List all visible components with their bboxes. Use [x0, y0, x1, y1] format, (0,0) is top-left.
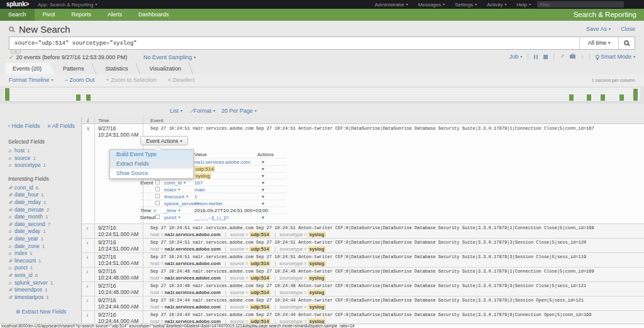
tab-patterns[interactable]: Patterns: [55, 63, 98, 74]
topbar-menu-settings[interactable]: Settings▾: [455, 2, 477, 8]
hide-fields-button[interactable]: ‹ Hide Fields: [8, 123, 40, 129]
deselect-button[interactable]: × Deselect: [168, 77, 195, 83]
field-tag-value-sourcetype[interactable]: syslog: [308, 275, 326, 281]
search-query-input[interactable]: source="udp:514" sourcetype="syslog" All…: [9, 37, 635, 50]
expand-event-icon[interactable]: ›: [86, 239, 88, 246]
per-page-menu[interactable]: 20 Per Page▾: [221, 108, 257, 114]
field-link-date-minute[interactable]: date_minute: [14, 206, 44, 213]
expand-event-icon[interactable]: ›: [86, 254, 88, 261]
field-value-sourcetype[interactable]: syslog: [194, 173, 211, 179]
field-checkbox-splunk-server[interactable]: [155, 201, 160, 205]
field-name-linecount[interactable]: linecount▾: [164, 194, 188, 200]
field-tag-value-host[interactable]: na1r.services.adobe.com: [165, 290, 221, 295]
field-link-linecount[interactable]: linecount: [14, 257, 36, 264]
tab-statistics[interactable]: Statistics: [98, 63, 142, 74]
search-mode-menu[interactable]: Smart Mode▾: [596, 54, 635, 60]
timeline-bar[interactable]: [601, 94, 605, 101]
field-value-index[interactable]: main: [194, 187, 205, 193]
export-icon[interactable]: ↓: [581, 54, 584, 59]
timeline-bar[interactable]: [633, 89, 638, 101]
field-link-timestartpos[interactable]: timestartpos: [14, 294, 43, 300]
nav-item-pivot[interactable]: Pivot: [35, 9, 64, 21]
expand-event-icon[interactable]: ›: [86, 268, 88, 275]
field-tag-value-sourcetype[interactable]: syslog: [308, 290, 326, 295]
print-icon[interactable]: [570, 55, 575, 59]
expand-event-icon[interactable]: ›: [86, 225, 88, 232]
collapse-event-icon[interactable]: ∨: [86, 125, 91, 132]
nav-item-search[interactable]: Search: [0, 9, 35, 21]
field-value-splunk-server[interactable]: Anton-twriter: [194, 201, 223, 206]
field-link-punct[interactable]: punct: [14, 264, 28, 271]
expand-event-icon[interactable]: ›: [86, 297, 88, 304]
field-link-sess-id[interactable]: sess_id: [14, 272, 33, 278]
field-link-index[interactable]: index: [14, 250, 27, 256]
field-actions-conn-id[interactable]: ▾: [262, 180, 264, 186]
field-value-linecount[interactable]: 1: [194, 194, 197, 200]
field-value-conn-id[interactable]: 167: [194, 180, 203, 186]
field-actions-punct[interactable]: ▾: [262, 215, 264, 220]
menu-item-extract-fields[interactable]: Extract Fields: [110, 159, 193, 169]
field-link-date-month[interactable]: date_month: [14, 213, 43, 220]
timeline-bar[interactable]: [86, 94, 91, 101]
timeline-bar[interactable]: [619, 94, 624, 101]
timeline-bar[interactable]: [5, 88, 9, 101]
field-tag-value-source[interactable]: udp:514: [250, 304, 270, 310]
field-link-sourcetype[interactable]: sourcetype: [14, 162, 41, 168]
zoom-out-button[interactable]: − Zoom Out: [65, 77, 95, 83]
field-link-date-zone[interactable]: date_zone: [14, 243, 40, 249]
field-link-date-mday[interactable]: date_mday: [14, 199, 41, 205]
field-tag-value-host[interactable]: na1r.services.adobe.com: [165, 261, 221, 266]
field-link-date-wday[interactable]: date_wday: [14, 228, 40, 234]
field-tag-value-host[interactable]: na1r.services.adobe.com: [165, 232, 221, 237]
field-tag-value-source[interactable]: udp:514: [250, 290, 270, 295]
expand-event-icon[interactable]: ›: [86, 283, 88, 290]
field-name-time[interactable]: _time▾: [164, 208, 180, 213]
nav-item-alerts[interactable]: Alerts: [99, 9, 130, 21]
field-actions-host[interactable]: ▾: [262, 159, 264, 165]
format-timeline-menu[interactable]: Format Timeline▾: [9, 77, 53, 83]
topbar-menu-messages[interactable]: Messages▾: [418, 2, 445, 8]
field-actions-splunk-server[interactable]: ▾: [262, 201, 264, 206]
field-tag-value-source[interactable]: udp:514: [250, 232, 270, 237]
format-menu[interactable]: ⁄Format▾: [192, 108, 215, 114]
field-actions-sourcetype[interactable]: ▾: [262, 173, 264, 179]
topbar-menu-administrator[interactable]: Administrator▾: [375, 2, 408, 8]
field-checkbox-linecount[interactable]: [155, 194, 160, 198]
field-actions-source[interactable]: ▾: [262, 166, 264, 172]
field-value-source[interactable]: udp:514: [194, 166, 215, 172]
nav-item-dashboards[interactable]: Dashboards: [130, 9, 177, 21]
field-link-timeendpos[interactable]: timeendpos: [14, 286, 42, 293]
field-tag-value-sourcetype[interactable]: syslog: [308, 232, 326, 237]
share-icon[interactable]: ↗: [560, 54, 564, 59]
field-tag-value-host[interactable]: na1r.services.adobe.com: [165, 275, 221, 281]
field-link-host[interactable]: host: [14, 147, 25, 154]
field-value-punct[interactable]: __:_:_-.||_|.|_||=: [194, 215, 229, 220]
field-name-index[interactable]: index▾: [164, 187, 180, 193]
field-link-date-second[interactable]: date_second: [14, 221, 45, 227]
field-tag-value-host[interactable]: na1r.services.adobe.com: [165, 246, 221, 252]
field-tag-value-source[interactable]: udp:514: [250, 261, 270, 266]
field-tag-value-host[interactable]: na1r.services.adobe.com: [165, 304, 221, 310]
run-search-button[interactable]: [618, 37, 635, 49]
stop-icon[interactable]: [543, 55, 548, 59]
field-checkbox-index[interactable]: [155, 187, 160, 191]
extract-new-fields-link[interactable]: ⊕ Extract New Fields: [8, 308, 81, 315]
app-context-menu[interactable]: App: Search & Reporting▾: [38, 2, 97, 8]
field-name-conn-id[interactable]: conn_id▾: [164, 180, 186, 186]
field-actions-index[interactable]: ▾: [262, 187, 264, 193]
menu-item-show-source[interactable]: Show Source: [110, 169, 193, 178]
topbar-menu-help[interactable]: Help▾: [517, 2, 531, 8]
field-link-conn-id[interactable]: conn_id: [14, 184, 33, 191]
field-link-splunk-server[interactable]: splunk_server: [14, 280, 48, 286]
timeline-bar[interactable]: [587, 94, 591, 101]
list-view-menu[interactable]: List▾: [170, 108, 182, 114]
field-tag-value-source[interactable]: udp:514: [250, 275, 270, 281]
all-fields-button[interactable]: ≡ All Fields: [47, 123, 75, 129]
field-name-punct[interactable]: punct▾: [164, 215, 180, 220]
nav-item-reports[interactable]: Reports: [64, 9, 100, 21]
pause-icon[interactable]: [534, 55, 538, 59]
timeline-bar[interactable]: [569, 94, 574, 101]
tab-events-20[interactable]: Events (20): [5, 63, 55, 74]
field-checkbox-punct[interactable]: [155, 215, 160, 219]
expand-event-icon[interactable]: ›: [86, 312, 88, 319]
